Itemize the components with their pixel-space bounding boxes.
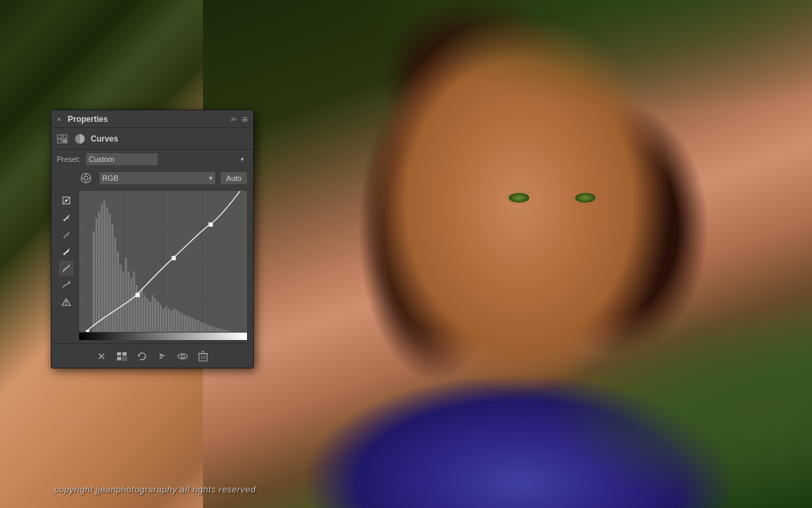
svg-rect-36 — [117, 251, 119, 332]
sample-midtones-icon — [62, 230, 71, 239]
visibility-button[interactable] — [175, 349, 190, 364]
svg-point-15 — [64, 236, 66, 238]
preset-select-wrapper: Custom Default Strong Contrast Linear Co… — [85, 152, 248, 166]
svg-point-19 — [66, 304, 67, 305]
trash-icon — [198, 351, 208, 362]
svg-rect-75 — [221, 329, 223, 332]
svg-rect-28 — [95, 218, 97, 332]
svg-rect-31 — [104, 201, 106, 332]
close-button[interactable]: × — [57, 116, 64, 123]
svg-rect-41 — [130, 278, 132, 332]
curves-graph-wrapper — [78, 190, 248, 341]
svg-point-14 — [64, 219, 66, 221]
curves-label: Curves — [91, 134, 118, 144]
svg-point-16 — [64, 253, 66, 255]
svg-rect-67 — [200, 322, 202, 332]
reset-curve-icon — [137, 351, 148, 362]
svg-rect-37 — [120, 265, 122, 332]
svg-rect-61 — [184, 315, 186, 332]
svg-rect-57 — [173, 308, 175, 332]
svg-point-6 — [84, 176, 88, 180]
expand-button[interactable]: ≫ — [230, 115, 237, 123]
svg-rect-48 — [149, 301, 151, 332]
svg-rect-81 — [117, 352, 121, 356]
panel-menu-button[interactable]: ≡ — [242, 114, 248, 125]
svg-rect-30 — [101, 205, 103, 332]
svg-rect-83 — [117, 357, 121, 360]
svg-rect-47 — [146, 298, 148, 332]
sample-midtones-button[interactable] — [59, 227, 74, 242]
layer-button[interactable] — [114, 349, 129, 364]
channel-select[interactable]: RGB Red Green Blue — [99, 171, 216, 185]
eye-left — [509, 193, 529, 203]
copyright-text: copyright jjeanphotograraphy all rights … — [54, 484, 256, 494]
undo-button[interactable] — [155, 349, 170, 364]
delete-anchor-icon — [96, 351, 107, 362]
draw-curve-button[interactable] — [59, 278, 74, 293]
visibility-icon — [177, 351, 188, 362]
curves-graph[interactable] — [78, 190, 248, 333]
panel-toolbar — [51, 343, 253, 368]
svg-rect-84 — [122, 357, 127, 360]
svg-rect-56 — [171, 310, 173, 332]
curves-area — [51, 188, 253, 343]
reset-curve-button[interactable] — [135, 349, 150, 364]
sample-shadows-button[interactable] — [59, 210, 74, 225]
svg-rect-46 — [143, 295, 145, 332]
svg-rect-53 — [162, 308, 164, 332]
adjustment-layer-icon — [74, 133, 85, 144]
tools-sidebar — [57, 190, 76, 341]
svg-rect-49 — [152, 295, 154, 332]
svg-rect-74 — [219, 329, 221, 332]
curves-svg — [79, 191, 247, 332]
svg-rect-52 — [160, 305, 162, 332]
svg-rect-76 — [224, 330, 226, 332]
layer-icon — [116, 352, 127, 361]
svg-rect-77 — [227, 331, 229, 332]
svg-rect-63 — [189, 317, 191, 332]
svg-rect-38 — [122, 272, 125, 332]
point-tool-icon — [62, 196, 71, 205]
gradient-bar — [78, 333, 248, 341]
auto-button[interactable]: Auto — [220, 171, 248, 185]
anchor-bottom-left[interactable] — [86, 330, 89, 332]
svg-rect-68 — [202, 323, 204, 332]
portrait-photo — [203, 0, 812, 508]
svg-rect-73 — [216, 328, 218, 332]
svg-rect-60 — [181, 313, 183, 332]
sample-highlights-icon — [62, 247, 71, 256]
preset-select[interactable]: Custom Default Strong Contrast Linear Co… — [85, 152, 158, 166]
control-point-2[interactable] — [172, 256, 176, 260]
eye-right — [575, 193, 595, 203]
svg-rect-0 — [58, 135, 62, 138]
svg-rect-78 — [229, 331, 231, 332]
svg-rect-65 — [195, 320, 197, 332]
titlebar-left: × Properties — [57, 114, 108, 124]
svg-rect-45 — [141, 289, 143, 332]
svg-rect-34 — [112, 225, 114, 332]
svg-rect-59 — [179, 312, 181, 332]
trash-button[interactable] — [196, 349, 210, 364]
delete-anchor-button[interactable] — [94, 349, 109, 364]
svg-rect-39 — [125, 258, 127, 332]
svg-rect-62 — [187, 316, 189, 332]
panel-titlebar: × Properties ≫ ≡ — [51, 110, 253, 128]
control-point-1[interactable] — [135, 293, 139, 297]
svg-rect-50 — [154, 298, 156, 332]
control-point-top[interactable] — [208, 223, 212, 227]
svg-rect-70 — [208, 325, 210, 332]
svg-rect-87 — [199, 354, 207, 361]
smooth-curve-icon — [62, 263, 71, 273]
sample-highlights-button[interactable] — [59, 244, 74, 259]
svg-rect-66 — [198, 320, 200, 332]
svg-rect-69 — [205, 324, 207, 332]
clipping-button[interactable] — [59, 295, 74, 310]
target-adjustment-icon[interactable] — [80, 172, 92, 184]
properties-panel: × Properties ≫ ≡ Curves Preset: Custom — [51, 110, 254, 368]
smooth-curve-button[interactable] — [59, 261, 74, 276]
svg-rect-35 — [114, 238, 116, 332]
point-tool-button[interactable] — [59, 193, 74, 208]
svg-rect-54 — [165, 306, 167, 332]
svg-rect-44 — [138, 292, 140, 332]
preset-row: Preset: Custom Default Strong Contrast L… — [51, 150, 253, 169]
